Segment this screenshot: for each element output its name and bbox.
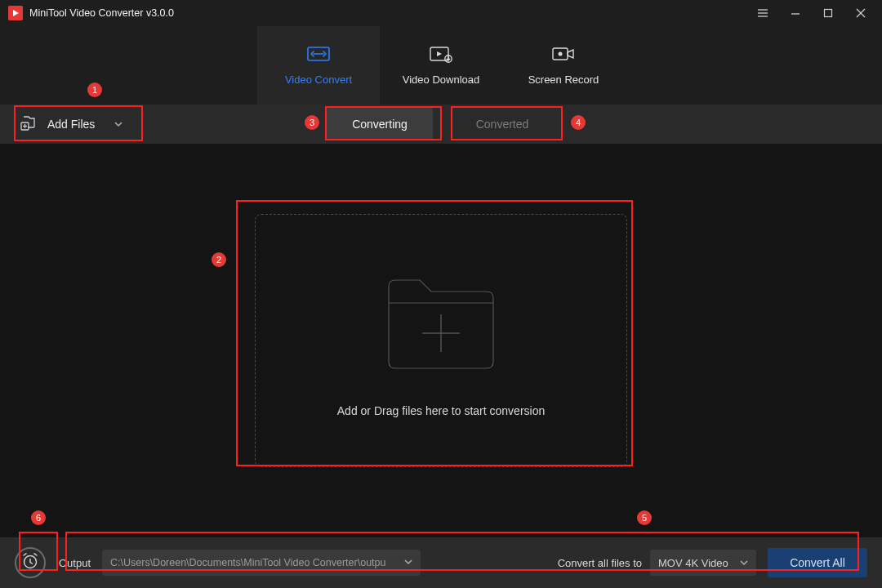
nav-label: Screen Record (528, 74, 599, 86)
app-logo-icon (8, 6, 23, 20)
convert-all-button[interactable]: Convert All (768, 548, 867, 577)
convert-all-button-label: Convert All (790, 556, 845, 569)
svg-marker-10 (437, 51, 442, 56)
output-label: Output (59, 557, 91, 569)
close-button[interactable] (844, 0, 877, 26)
format-selected-text: MOV 4K Video (658, 557, 733, 569)
chevron-down-icon (740, 557, 748, 569)
hamburger-menu-icon[interactable] (746, 0, 779, 26)
bottom-bar: Output C:\Users\Doreen\Documents\MiniToo… (0, 537, 882, 588)
nav-label: Video Convert (285, 74, 352, 86)
tab-label: Converted (476, 118, 529, 131)
drop-zone-hint: Add or Drag files here to start conversi… (337, 404, 545, 417)
nav-screen-record[interactable]: Screen Record (502, 26, 625, 105)
nav-video-convert[interactable]: Video Convert (257, 26, 380, 105)
conversion-tabs: Converting Converted (327, 105, 555, 144)
chevron-down-icon (114, 118, 122, 131)
folder-plus-icon (372, 264, 510, 381)
svg-point-13 (559, 52, 563, 56)
title-bar: MiniTool Video Converter v3.0.0 (0, 0, 882, 26)
toolbar: Add Files Converting Converted (0, 105, 882, 144)
format-select[interactable]: MOV 4K Video (650, 550, 756, 576)
content-area: Add or Drag files here to start conversi… (0, 144, 882, 537)
tab-converted[interactable]: Converted (449, 108, 555, 140)
primary-nav: Video Convert Video Download (0, 26, 882, 105)
record-icon (551, 45, 576, 65)
tab-converting[interactable]: Converting (327, 108, 433, 140)
add-files-label: Add Files (47, 118, 95, 131)
output-path-text: C:\Users\Doreen\Documents\MiniTool Video… (110, 557, 399, 568)
tab-label: Converting (352, 118, 408, 131)
nav-video-download[interactable]: Video Download (380, 26, 502, 105)
add-files-button[interactable]: Add Files (15, 106, 137, 142)
window-controls (746, 0, 877, 26)
maximize-button[interactable] (812, 0, 844, 26)
svg-rect-5 (825, 10, 832, 17)
schedule-button[interactable] (15, 547, 46, 578)
app-title: MiniTool Video Converter v3.0.0 (29, 7, 174, 19)
convert-all-label: Convert all files to (558, 557, 642, 569)
output-path-dropdown[interactable]: C:\Users\Doreen\Documents\MiniTool Video… (102, 550, 421, 576)
convert-icon (306, 45, 331, 65)
svg-marker-0 (13, 10, 19, 16)
clock-icon (21, 552, 39, 573)
download-icon (429, 45, 453, 65)
drop-zone[interactable]: Add or Drag files here to start conversi… (255, 214, 627, 467)
add-files-icon (20, 114, 38, 135)
nav-label: Video Download (403, 74, 479, 86)
app-window: MiniTool Video Converter v3.0.0 (0, 0, 882, 588)
chevron-down-icon (404, 557, 412, 568)
minimize-button[interactable] (779, 0, 812, 26)
